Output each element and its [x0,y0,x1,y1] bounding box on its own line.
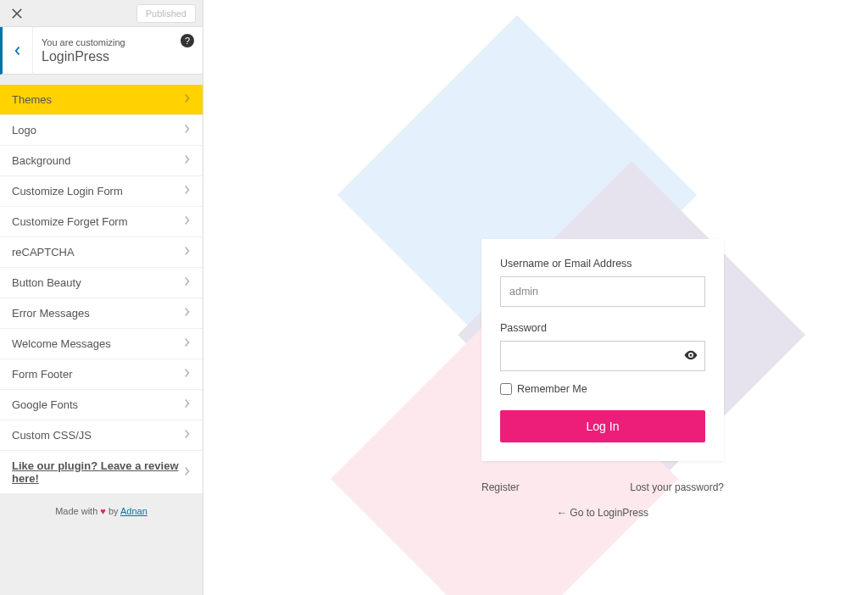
menu-item-welcome-messages[interactable]: Welcome Messages [0,329,203,359]
menu-item-recaptcha[interactable]: reCAPTCHA [0,237,203,268]
login-form: Username or Email Address Password Remem… [481,239,724,461]
menu-label: Customize Forget Form [12,215,128,228]
chevron-right-icon [184,246,191,259]
header-title: LoginPress [42,49,194,64]
chevron-right-icon [184,185,191,197]
close-button[interactable] [0,0,34,27]
menu-item-button-beauty[interactable]: Button Beauty [0,268,203,298]
help-button[interactable]: ? [181,34,194,47]
sidebar-gap [0,75,203,85]
remember-label: Remember Me [517,383,587,395]
menu-label: Logo [12,124,36,136]
eye-icon [683,348,698,363]
menu-label: Google Fonts [12,398,78,411]
header-subtitle: You are customizing [42,37,194,47]
menu-item-logo[interactable]: Logo [0,115,203,146]
login-links: Register Lost your password? [481,481,724,493]
menu-item-review[interactable]: Like our plugin? Leave a review here! [0,451,203,494]
register-link[interactable]: Register [481,481,520,493]
back-to-site-link[interactable]: ← Go to LoginPress [481,507,724,519]
password-label: Password [500,322,705,334]
sidebar-footer: Made with ♥ by Adnan [0,494,203,528]
password-input[interactable] [500,341,705,371]
chevron-right-icon [184,466,191,479]
lost-password-link[interactable]: Lost your password? [630,481,724,493]
menu-item-error-messages[interactable]: Error Messages [0,298,203,329]
chevron-left-icon [13,46,23,56]
username-label: Username or Email Address [500,258,705,270]
menu-label: Form Footer [12,368,73,381]
menu-label: Error Messages [12,307,90,320]
toggle-password-button[interactable] [683,348,698,366]
menu-item-custom-css-js[interactable]: Custom CSS/JS [0,420,203,451]
chevron-right-icon [184,307,191,320]
sidebar-header: You are customizing LoginPress ? [0,27,203,75]
menu-label: Themes [12,93,52,106]
password-wrap [500,341,705,383]
chevron-right-icon [184,398,191,411]
chevron-right-icon [184,337,191,350]
chevron-right-icon [184,276,191,289]
menu-item-form-footer[interactable]: Form Footer [0,359,203,390]
sidebar-topbar: Published [0,0,203,27]
menu-label: Customize Login Form [12,185,123,197]
back-button[interactable] [3,27,33,75]
preview-pane: Username or Email Address Password Remem… [203,0,868,595]
sidebar-menu: Themes Logo Background Customize Login F… [0,85,203,494]
menu-label: Background [12,154,70,167]
menu-label: Custom CSS/JS [12,429,92,442]
publish-status: Published [136,4,196,23]
username-input[interactable] [500,276,705,307]
customizer-sidebar: Published You are customizing LoginPress… [0,0,203,595]
menu-item-login-form[interactable]: Customize Login Form [0,176,203,207]
menu-label: Welcome Messages [12,337,111,350]
menu-label: Button Beauty [12,276,81,289]
close-icon [11,8,23,19]
login-button[interactable]: Log In [500,410,705,442]
chevron-right-icon [184,215,191,228]
menu-item-forget-form[interactable]: Customize Forget Form [0,207,203,237]
header-text: You are customizing LoginPress [33,31,203,71]
footer-prefix: Made with [55,506,100,516]
chevron-right-icon [184,124,191,136]
footer-author-link[interactable]: Adnan [120,506,147,516]
remember-me[interactable]: Remember Me [500,383,705,395]
chevron-right-icon [184,368,191,381]
chevron-right-icon [184,429,191,442]
menu-item-background[interactable]: Background [0,146,203,176]
remember-checkbox[interactable] [500,383,512,395]
chevron-right-icon [184,93,191,106]
chevron-right-icon [184,154,191,167]
app-root: Published You are customizing LoginPress… [0,0,868,595]
menu-label: Like our plugin? Leave a review here! [12,459,184,485]
menu-item-google-fonts[interactable]: Google Fonts [0,390,203,420]
menu-label: reCAPTCHA [12,246,75,259]
menu-item-themes[interactable]: Themes [0,85,203,115]
footer-by: by [106,506,120,516]
